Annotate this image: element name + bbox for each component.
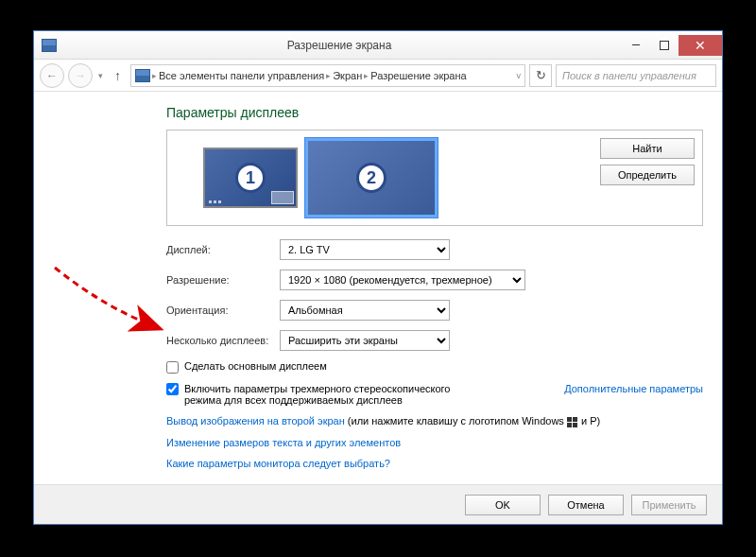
make-primary-checkbox[interactable]: [166, 361, 179, 374]
display-label: Дисплей:: [166, 244, 280, 255]
display-select[interactable]: 2. LG TV: [280, 239, 450, 260]
identify-button[interactable]: Определить: [600, 165, 695, 185]
window-title: Разрешение экрана: [57, 39, 622, 52]
second-screen-hint: (или нажмите клавишу с логотипом Windows: [345, 415, 567, 426]
monitor-number: 2: [356, 163, 387, 193]
maximize-button[interactable]: [650, 35, 679, 56]
chevron-right-icon: ▸: [326, 71, 331, 80]
find-button[interactable]: Найти: [600, 138, 695, 159]
text-size-link[interactable]: Изменение размеров текста и других элеме…: [166, 437, 401, 448]
display-preview: 1 2 Найти Определить: [166, 130, 703, 226]
resolution-select[interactable]: 1920 × 1080 (рекомендуется, трехмерное): [280, 270, 525, 290]
display-settings-window: Разрешение экрана ✕ ← → ▾ ↑ ▸ Все элемен…: [33, 30, 723, 525]
content-area: Параметры дисплеев 1 2 Найти Определить …: [34, 92, 722, 482]
stereo-3d-checkbox[interactable]: [166, 383, 179, 395]
second-screen-link[interactable]: Вывод изображения на второй экран: [166, 415, 345, 426]
windows-logo-icon: [567, 416, 578, 427]
chevron-right-icon: ▸: [364, 71, 369, 80]
orientation-label: Ориентация:: [166, 305, 280, 316]
cancel-button[interactable]: Отмена: [548, 495, 624, 515]
multiple-displays-select[interactable]: Расширить эти экраны: [280, 330, 450, 351]
minimize-button[interactable]: [622, 35, 650, 56]
breadcrumb-item[interactable]: Экран: [333, 70, 362, 81]
advanced-settings-link[interactable]: Дополнительные параметры: [564, 383, 703, 394]
dialog-footer: OK Отмена Применить: [34, 484, 722, 524]
ok-button[interactable]: OK: [465, 495, 541, 515]
refresh-button[interactable]: ↻: [529, 64, 552, 87]
monitor-number: 1: [235, 163, 266, 193]
navbar: ← → ▾ ↑ ▸ Все элементы панели управления…: [34, 60, 722, 92]
apply-button[interactable]: Применить: [631, 495, 707, 515]
stereo-3d-label: Включить параметры трехмерного стереоско…: [184, 383, 487, 406]
taskbar-indicator: [271, 191, 294, 204]
make-primary-label: Сделать основным дисплеем: [184, 360, 327, 372]
breadcrumb-dropdown[interactable]: v: [517, 71, 522, 80]
history-dropdown[interactable]: ▾: [96, 71, 105, 80]
chevron-right-icon: ▸: [152, 71, 157, 80]
back-button[interactable]: ←: [40, 63, 64, 88]
window-icon: [42, 39, 57, 52]
control-panel-icon: [135, 69, 150, 82]
breadcrumb-item[interactable]: Все элементы панели управления: [159, 70, 324, 81]
resolution-label: Разрешение:: [166, 274, 280, 286]
breadcrumb-item[interactable]: Разрешение экрана: [370, 70, 466, 81]
search-input[interactable]: [556, 64, 716, 87]
close-button[interactable]: ✕: [679, 35, 722, 56]
up-button[interactable]: ↑: [109, 68, 127, 83]
multiple-displays-label: Несколько дисплеев:: [166, 335, 280, 346]
breadcrumb[interactable]: ▸ Все элементы панели управления ▸ Экран…: [130, 64, 525, 87]
monitor-2-selected[interactable]: 2: [305, 138, 438, 218]
monitor-1[interactable]: 1: [203, 148, 298, 208]
orientation-select[interactable]: Альбомная: [280, 300, 450, 321]
second-screen-key: и P): [578, 415, 600, 426]
forward-button[interactable]: →: [68, 63, 93, 88]
titlebar[interactable]: Разрешение экрана ✕: [34, 31, 722, 60]
which-monitor-link[interactable]: Какие параметры монитора следует выбрать…: [166, 458, 390, 469]
page-heading: Параметры дисплеев: [166, 105, 703, 120]
